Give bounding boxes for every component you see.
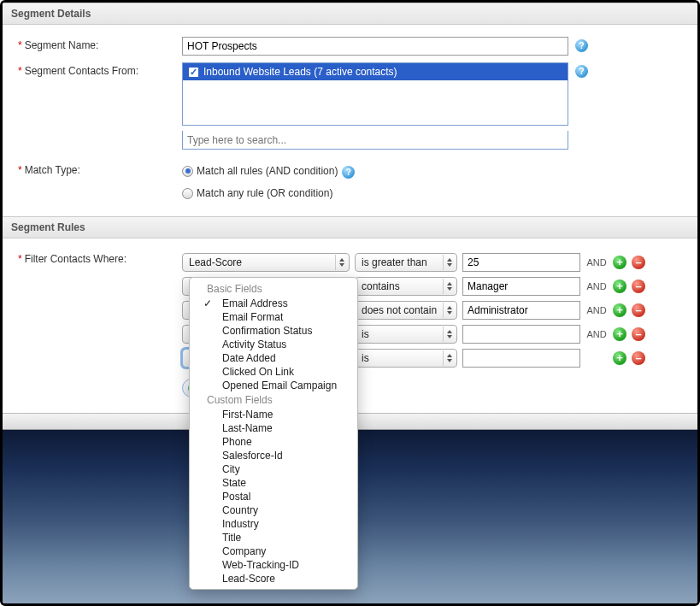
remove-rule-icon[interactable]: – [632, 279, 645, 293]
dropdown-item[interactable]: Industry [190, 517, 357, 531]
and-conjunction: AND [586, 281, 607, 291]
and-conjunction: AND [586, 257, 607, 268]
dropdown-item[interactable]: Web-Tracking-ID [190, 558, 357, 572]
rule-row: Lead-Scoreis greater thanAND+– [182, 250, 645, 274]
and-conjunction: AND [586, 305, 607, 315]
rule-value-input[interactable] [462, 277, 580, 296]
label-segment-contacts-from: *Segment Contacts From: [11, 62, 182, 77]
dropdown-item[interactable]: City [190, 462, 357, 476]
radio-match-any[interactable] [182, 188, 193, 199]
checkbox-checked-icon: ✓ [188, 67, 199, 78]
rule-value-input[interactable] [462, 301, 580, 320]
contacts-from-selected-item[interactable]: ✓ Inbound Website Leads (7 active contac… [183, 63, 568, 80]
dropdown-item[interactable]: Date Added [190, 351, 357, 365]
radio-match-all[interactable] [182, 166, 193, 177]
remove-rule-icon[interactable]: – [632, 351, 645, 365]
dropdown-group-label: Basic Fields [190, 281, 357, 297]
dropdown-group-label: Custom Fields [190, 392, 357, 408]
label-match-type: *Match Type: [11, 162, 182, 176]
dropdown-item[interactable]: Opened Email Campaign [190, 379, 357, 392]
dropdown-item[interactable]: Postal [190, 490, 357, 503]
remove-rule-icon[interactable]: – [632, 327, 645, 341]
and-conjunction: AND [586, 329, 607, 339]
rule-operator-select[interactable]: is [355, 325, 457, 344]
rule-value-input[interactable] [462, 253, 580, 272]
dropdown-item[interactable]: Country [190, 503, 357, 517]
dropdown-item[interactable]: First-Name [190, 408, 357, 421]
add-rule-icon[interactable]: + [613, 256, 626, 269]
rule-operator-select[interactable]: contains [355, 277, 457, 296]
segment-name-input[interactable] [182, 37, 568, 56]
radio-match-any-label: Match any rule (OR condition) [197, 187, 332, 199]
contacts-from-listbox[interactable]: ✓ Inbound Website Leads (7 active contac… [182, 62, 568, 126]
label-segment-name: *Segment Name: [11, 37, 182, 51]
dropdown-item[interactable]: Lead-Score [190, 572, 357, 585]
help-icon[interactable]: ? [575, 39, 588, 52]
rule-field-select[interactable]: Lead-Score [182, 253, 350, 272]
section-header-rules: Segment Rules [3, 216, 697, 238]
radio-match-all-label: Match all rules (AND condition) [197, 165, 338, 177]
add-rule-icon[interactable]: + [613, 279, 626, 293]
dropdown-item[interactable]: Confirmation Status [190, 324, 357, 338]
remove-rule-icon[interactable]: – [632, 303, 645, 317]
label-filter-contacts-where: *Filter Contacts Where: [11, 250, 182, 265]
add-rule-icon[interactable]: + [613, 351, 626, 365]
contacts-from-search-input[interactable] [182, 131, 568, 150]
dropdown-item[interactable]: Last-Name [190, 421, 357, 435]
add-rule-icon[interactable]: + [613, 303, 626, 317]
section-header-details: Segment Details [3, 3, 697, 25]
rule-operator-select[interactable]: does not contain [355, 301, 457, 320]
rule-operator-select[interactable]: is [355, 349, 457, 368]
rule-value-input[interactable] [462, 349, 580, 368]
dropdown-item[interactable]: Email Format [190, 310, 357, 324]
field-select-dropdown[interactable]: Basic FieldsEmail AddressEmail FormatCon… [189, 277, 358, 590]
help-icon[interactable]: ? [575, 65, 588, 78]
dropdown-item[interactable]: Phone [190, 435, 357, 449]
dropdown-item[interactable]: Salesforce-Id [190, 449, 357, 462]
dropdown-item[interactable]: Clicked On Link [190, 365, 357, 379]
dropdown-item[interactable]: State [190, 476, 357, 490]
dropdown-item[interactable]: Email Address [190, 297, 357, 310]
remove-rule-icon[interactable]: – [632, 256, 645, 269]
rule-operator-select[interactable]: is greater than [355, 253, 457, 272]
add-rule-icon[interactable]: + [613, 327, 626, 341]
help-icon[interactable]: ? [342, 166, 355, 179]
dropdown-item[interactable]: Activity Status [190, 338, 357, 351]
rule-value-input[interactable] [462, 325, 580, 344]
dropdown-item[interactable]: Company [190, 544, 357, 558]
dropdown-item[interactable]: Title [190, 531, 357, 544]
